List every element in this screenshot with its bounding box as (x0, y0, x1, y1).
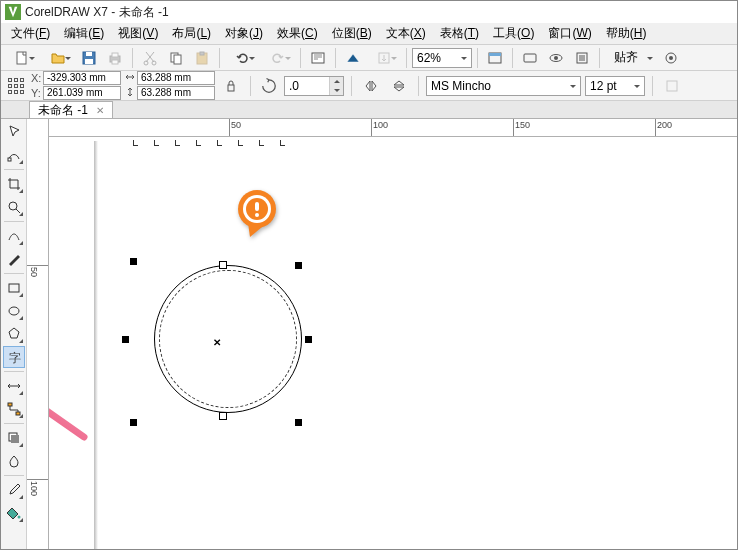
selection-handle[interactable] (305, 336, 312, 343)
polygon-tool[interactable] (3, 323, 25, 345)
options-button[interactable] (570, 47, 594, 69)
publish-button[interactable] (341, 47, 365, 69)
font-size[interactable]: 12 pt (585, 76, 645, 96)
object-origin-icon[interactable] (5, 75, 27, 97)
selection-handle[interactable] (130, 258, 137, 265)
separator (351, 76, 352, 96)
svg-rect-0 (17, 52, 26, 64)
annotation-arrow (49, 342, 94, 442)
menu-help[interactable]: 帮助(H) (600, 23, 653, 44)
mirror-v-button[interactable] (387, 75, 411, 97)
settings-button[interactable] (659, 47, 683, 69)
menu-table[interactable]: 表格(T) (434, 23, 485, 44)
separator (477, 48, 478, 68)
separator (652, 76, 653, 96)
size-block: 63.288 mm 63.288 mm (125, 71, 215, 100)
spin-down[interactable] (329, 86, 343, 95)
selection-handle[interactable] (295, 419, 302, 426)
paste-button[interactable] (190, 47, 214, 69)
spin-up[interactable] (329, 77, 343, 86)
menu-layout[interactable]: 布局(L) (166, 23, 217, 44)
svg-point-26 (9, 202, 17, 210)
text-props-button[interactable] (660, 75, 684, 97)
cut-button[interactable] (138, 47, 162, 69)
rotation-angle[interactable]: .0 (284, 76, 344, 96)
snap-button[interactable]: 贴齐 (605, 47, 657, 69)
x-position[interactable]: -329.303 mm (43, 71, 121, 85)
svg-point-22 (669, 56, 673, 60)
menu-view[interactable]: 视图(V) (112, 23, 164, 44)
new-button[interactable] (5, 47, 39, 69)
drop-shadow-tool[interactable] (3, 427, 25, 449)
font-family[interactable]: MS Mincho (426, 76, 581, 96)
menu-tools[interactable]: 工具(O) (487, 23, 540, 44)
transparency-tool[interactable] (3, 450, 25, 472)
menu-window[interactable]: 窗口(W) (542, 23, 597, 44)
show-button[interactable] (544, 47, 568, 69)
mirror-h-button[interactable] (359, 75, 383, 97)
horizontal-ruler[interactable]: 50 100 150 200 (49, 119, 737, 137)
svg-rect-24 (667, 81, 677, 91)
redo-button[interactable] (261, 47, 295, 69)
fullscreen-button[interactable] (483, 47, 507, 69)
svg-rect-23 (228, 85, 234, 91)
search-button[interactable] (306, 47, 330, 69)
zoom-tool[interactable] (3, 196, 25, 218)
artistic-media-tool[interactable] (3, 248, 25, 270)
menu-effects[interactable]: 效果(C) (271, 23, 324, 44)
rectangle-tool[interactable] (3, 277, 25, 299)
fill-tool[interactable] (3, 502, 25, 524)
ellipse-object[interactable] (154, 265, 302, 413)
selection-handle[interactable] (295, 262, 302, 269)
svg-rect-38 (255, 202, 259, 211)
separator (418, 76, 419, 96)
open-button[interactable] (41, 47, 75, 69)
height-icon (125, 87, 135, 99)
alert-badge-icon (228, 185, 286, 243)
save-button[interactable] (77, 47, 101, 69)
width-icon (125, 72, 135, 84)
object-width[interactable]: 63.288 mm (137, 71, 215, 85)
selection-handle[interactable] (130, 419, 137, 426)
separator (4, 169, 24, 170)
menu-object[interactable]: 对象(J) (219, 23, 269, 44)
print-button[interactable] (103, 47, 127, 69)
separator (300, 48, 301, 68)
node-handle[interactable] (219, 412, 227, 420)
undo-button[interactable] (225, 47, 259, 69)
workspace: 字 50 100 50 100 150 200 (1, 119, 737, 550)
connector-tool[interactable] (3, 398, 25, 420)
property-bar: X:-329.303 mm Y:261.039 mm 63.288 mm 63.… (1, 71, 737, 101)
menu-file[interactable]: 文件(F) (5, 23, 56, 44)
copy-button[interactable] (164, 47, 188, 69)
dimension-tool[interactable] (3, 375, 25, 397)
ellipse-tool[interactable] (3, 300, 25, 322)
pick-tool[interactable] (3, 121, 25, 143)
crop-tool[interactable] (3, 173, 25, 195)
node-handle[interactable] (219, 261, 227, 269)
eyedropper-tool[interactable] (3, 479, 25, 501)
vertical-ruler[interactable]: 50 100 (27, 119, 49, 550)
menu-bitmap[interactable]: 位图(B) (326, 23, 378, 44)
shape-tool[interactable] (3, 144, 25, 166)
object-height[interactable]: 63.288 mm (137, 86, 215, 100)
close-tab-icon[interactable]: ✕ (96, 105, 104, 116)
selection-handle[interactable] (122, 336, 129, 343)
zoom-level[interactable]: 62% (412, 48, 472, 68)
menu-edit[interactable]: 编辑(E) (58, 23, 110, 44)
separator (512, 48, 513, 68)
y-position[interactable]: 261.039 mm (43, 86, 121, 100)
lock-ratio-button[interactable] (219, 75, 243, 97)
canvas[interactable]: 50 100 150 200 ✕ (49, 119, 737, 550)
export-button[interactable] (367, 47, 401, 69)
menu-text[interactable]: 文本(X) (380, 23, 432, 44)
preview-button[interactable] (518, 47, 542, 69)
text-tool[interactable]: 字 (3, 346, 25, 368)
document-tab[interactable]: 未命名 -1✕ (29, 101, 113, 118)
standard-toolbar: 62% 贴齐 (1, 45, 737, 71)
svg-rect-30 (8, 403, 12, 406)
drawing-area[interactable]: ✕ (49, 137, 737, 550)
freehand-tool[interactable] (3, 225, 25, 247)
svg-rect-6 (112, 60, 118, 64)
svg-rect-31 (16, 412, 20, 415)
